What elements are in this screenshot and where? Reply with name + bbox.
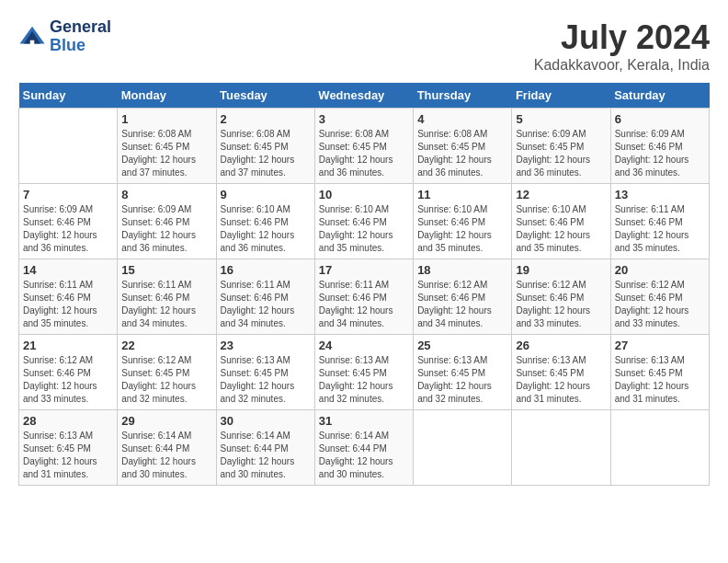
week-row-4: 21 Sunrise: 6:12 AMSunset: 6:46 PMDaylig…	[19, 335, 710, 410]
day-info: Sunrise: 6:11 AMSunset: 6:46 PMDaylight:…	[615, 203, 705, 255]
col-header-thursday: Thursday	[414, 83, 512, 109]
day-cell: 11 Sunrise: 6:10 AMSunset: 6:46 PMDaylig…	[414, 184, 512, 259]
day-info: Sunrise: 6:13 AMSunset: 6:45 PMDaylight:…	[615, 354, 705, 406]
day-number: 5	[516, 112, 606, 126]
day-cell: 29 Sunrise: 6:14 AMSunset: 6:44 PMDaylig…	[118, 410, 216, 486]
day-info: Sunrise: 6:13 AMSunset: 6:45 PMDaylight:…	[23, 430, 113, 481]
col-header-friday: Friday	[512, 83, 610, 109]
day-info: Sunrise: 6:13 AMSunset: 6:45 PMDaylight:…	[319, 354, 409, 406]
day-cell: 4 Sunrise: 6:08 AMSunset: 6:45 PMDayligh…	[414, 109, 512, 184]
day-cell: 21 Sunrise: 6:12 AMSunset: 6:46 PMDaylig…	[19, 335, 118, 410]
day-cell: 28 Sunrise: 6:13 AMSunset: 6:45 PMDaylig…	[19, 410, 118, 486]
col-header-wednesday: Wednesday	[314, 83, 413, 109]
day-cell: 20 Sunrise: 6:12 AMSunset: 6:46 PMDaylig…	[610, 259, 709, 335]
day-info: Sunrise: 6:10 AMSunset: 6:46 PMDaylight:…	[221, 203, 311, 255]
day-info: Sunrise: 6:12 AMSunset: 6:46 PMDaylight:…	[615, 279, 705, 330]
day-info: Sunrise: 6:13 AMSunset: 6:45 PMDaylight:…	[417, 354, 507, 406]
day-cell: 12 Sunrise: 6:10 AMSunset: 6:46 PMDaylig…	[512, 184, 610, 259]
day-cell: 23 Sunrise: 6:13 AMSunset: 6:45 PMDaylig…	[216, 335, 314, 410]
day-cell: 14 Sunrise: 6:11 AMSunset: 6:46 PMDaylig…	[19, 259, 118, 335]
day-number: 10	[319, 188, 409, 201]
day-cell: 16 Sunrise: 6:11 AMSunset: 6:46 PMDaylig…	[216, 259, 314, 335]
day-cell: 27 Sunrise: 6:13 AMSunset: 6:45 PMDaylig…	[610, 335, 709, 410]
day-number: 1	[121, 112, 211, 126]
day-info: Sunrise: 6:12 AMSunset: 6:46 PMDaylight:…	[417, 279, 507, 330]
logo: General Blue	[18, 18, 111, 55]
header-row: SundayMondayTuesdayWednesdayThursdayFrid…	[19, 83, 710, 109]
day-cell: 8 Sunrise: 6:09 AMSunset: 6:46 PMDayligh…	[118, 184, 216, 259]
day-info: Sunrise: 6:14 AMSunset: 6:44 PMDaylight:…	[319, 430, 409, 481]
day-info: Sunrise: 6:12 AMSunset: 6:45 PMDaylight:…	[121, 354, 211, 406]
day-cell: 15 Sunrise: 6:11 AMSunset: 6:46 PMDaylig…	[118, 259, 216, 335]
day-number: 13	[615, 188, 705, 201]
day-cell: 22 Sunrise: 6:12 AMSunset: 6:45 PMDaylig…	[118, 335, 216, 410]
day-info: Sunrise: 6:09 AMSunset: 6:46 PMDaylight:…	[23, 203, 113, 255]
col-header-monday: Monday	[118, 83, 216, 109]
day-number: 26	[516, 339, 606, 352]
week-row-2: 7 Sunrise: 6:09 AMSunset: 6:46 PMDayligh…	[19, 184, 710, 259]
day-number: 24	[319, 339, 409, 352]
day-number: 28	[23, 414, 113, 428]
svg-rect-2	[30, 40, 35, 46]
day-number: 22	[121, 339, 211, 352]
day-info: Sunrise: 6:10 AMSunset: 6:46 PMDaylight:…	[516, 203, 606, 255]
day-info: Sunrise: 6:09 AMSunset: 6:46 PMDaylight:…	[615, 128, 705, 179]
day-number: 23	[221, 339, 311, 352]
day-info: Sunrise: 6:08 AMSunset: 6:45 PMDaylight:…	[221, 128, 311, 179]
day-number: 21	[23, 339, 113, 352]
main-title: July 2024	[534, 18, 710, 57]
day-cell: 25 Sunrise: 6:13 AMSunset: 6:45 PMDaylig…	[414, 335, 512, 410]
day-info: Sunrise: 6:09 AMSunset: 6:45 PMDaylight:…	[516, 128, 606, 179]
day-cell: 1 Sunrise: 6:08 AMSunset: 6:45 PMDayligh…	[118, 109, 216, 184]
day-cell: 31 Sunrise: 6:14 AMSunset: 6:44 PMDaylig…	[314, 410, 413, 486]
day-cell: 3 Sunrise: 6:08 AMSunset: 6:45 PMDayligh…	[314, 109, 413, 184]
day-cell: 17 Sunrise: 6:11 AMSunset: 6:46 PMDaylig…	[314, 259, 413, 335]
day-number: 15	[121, 263, 211, 277]
day-info: Sunrise: 6:11 AMSunset: 6:46 PMDaylight:…	[23, 279, 113, 330]
day-info: Sunrise: 6:12 AMSunset: 6:46 PMDaylight:…	[516, 279, 606, 330]
day-info: Sunrise: 6:11 AMSunset: 6:46 PMDaylight:…	[319, 279, 409, 330]
day-number: 20	[615, 263, 705, 277]
day-cell	[610, 410, 709, 486]
calendar-table: SundayMondayTuesdayWednesdayThursdayFrid…	[18, 83, 710, 486]
week-row-3: 14 Sunrise: 6:11 AMSunset: 6:46 PMDaylig…	[19, 259, 710, 335]
day-number: 18	[417, 263, 507, 277]
day-number: 31	[319, 414, 409, 428]
day-cell	[414, 410, 512, 486]
day-cell: 7 Sunrise: 6:09 AMSunset: 6:46 PMDayligh…	[19, 184, 118, 259]
day-cell: 26 Sunrise: 6:13 AMSunset: 6:45 PMDaylig…	[512, 335, 610, 410]
day-number: 12	[516, 188, 606, 201]
day-cell: 6 Sunrise: 6:09 AMSunset: 6:46 PMDayligh…	[610, 109, 709, 184]
subtitle: Kadakkavoor, Kerala, India	[534, 57, 710, 74]
day-info: Sunrise: 6:10 AMSunset: 6:46 PMDaylight:…	[417, 203, 507, 255]
day-number: 19	[516, 263, 606, 277]
day-info: Sunrise: 6:14 AMSunset: 6:44 PMDaylight:…	[121, 430, 211, 481]
day-number: 17	[319, 263, 409, 277]
day-cell	[19, 109, 118, 184]
day-number: 16	[221, 263, 311, 277]
day-number: 14	[23, 263, 113, 277]
day-cell: 10 Sunrise: 6:10 AMSunset: 6:46 PMDaylig…	[314, 184, 413, 259]
day-cell	[512, 410, 610, 486]
logo-text: General Blue	[50, 18, 111, 55]
title-area: July 2024 Kadakkavoor, Kerala, India	[534, 18, 710, 74]
day-number: 9	[221, 188, 311, 201]
day-info: Sunrise: 6:10 AMSunset: 6:46 PMDaylight:…	[319, 203, 409, 255]
day-cell: 13 Sunrise: 6:11 AMSunset: 6:46 PMDaylig…	[610, 184, 709, 259]
week-row-1: 1 Sunrise: 6:08 AMSunset: 6:45 PMDayligh…	[19, 109, 710, 184]
day-number: 25	[417, 339, 507, 352]
day-info: Sunrise: 6:11 AMSunset: 6:46 PMDaylight:…	[121, 279, 211, 330]
day-info: Sunrise: 6:13 AMSunset: 6:45 PMDaylight:…	[516, 354, 606, 406]
col-header-saturday: Saturday	[610, 83, 709, 109]
day-cell: 24 Sunrise: 6:13 AMSunset: 6:45 PMDaylig…	[314, 335, 413, 410]
col-header-sunday: Sunday	[19, 83, 118, 109]
day-number: 30	[221, 414, 311, 428]
day-cell: 30 Sunrise: 6:14 AMSunset: 6:44 PMDaylig…	[216, 410, 314, 486]
day-info: Sunrise: 6:11 AMSunset: 6:46 PMDaylight:…	[221, 279, 311, 330]
day-number: 2	[221, 112, 311, 126]
week-row-5: 28 Sunrise: 6:13 AMSunset: 6:45 PMDaylig…	[19, 410, 710, 486]
day-cell: 19 Sunrise: 6:12 AMSunset: 6:46 PMDaylig…	[512, 259, 610, 335]
header: General Blue July 2024 Kadakkavoor, Kera…	[18, 18, 710, 74]
day-number: 6	[615, 112, 705, 126]
day-cell: 2 Sunrise: 6:08 AMSunset: 6:45 PMDayligh…	[216, 109, 314, 184]
